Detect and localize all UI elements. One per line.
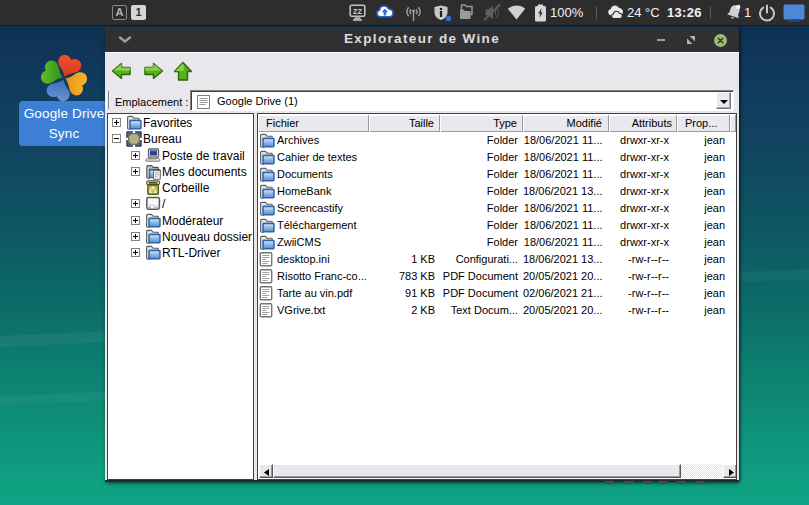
svg-text:zz: zz (353, 6, 363, 16)
